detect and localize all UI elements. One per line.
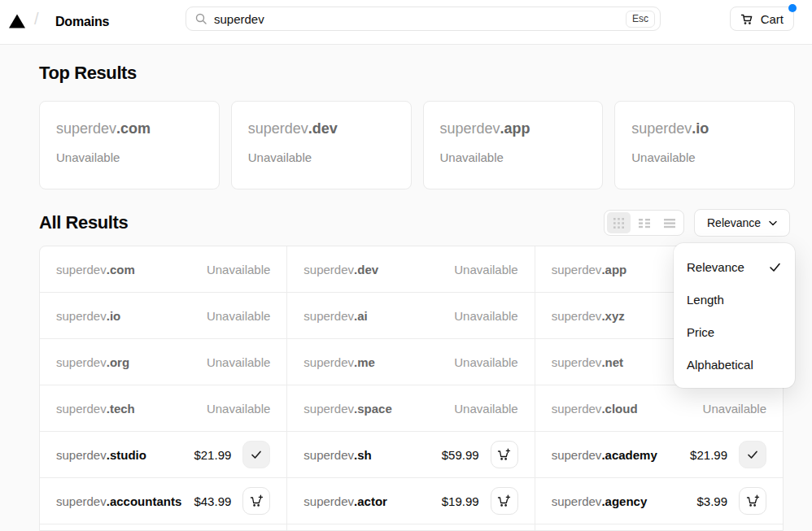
domain-name: superdev.net: [552, 355, 623, 369]
add-to-cart-button[interactable]: [739, 487, 766, 515]
domain-name: superdev.studio: [56, 448, 146, 462]
result-cell: superdev.techUnavailable: [40, 385, 287, 432]
domain-name: superdev.dev: [248, 120, 395, 137]
domain-name: superdev.dev: [303, 263, 378, 276]
availability-status: Unavailable: [207, 309, 270, 323]
add-to-cart-button[interactable]: [491, 441, 518, 468]
compact-view-icon: [639, 218, 650, 229]
sort-menu-item-label: Length: [687, 293, 724, 307]
all-results-heading: All Results: [39, 212, 128, 233]
domain-name: superdev.cloud: [552, 402, 638, 416]
availability-status: Unavailable: [631, 150, 778, 164]
domain-name: superdev.me: [303, 355, 375, 369]
price: $59.99: [442, 448, 479, 462]
all-results-bar: All Results Relevance: [39, 209, 790, 237]
availability-status: Unavailable: [454, 355, 517, 369]
cart-button-label: Cart: [761, 12, 784, 26]
availability-status: Unavailable: [440, 150, 587, 164]
view-toggle-group: [604, 210, 684, 236]
domain-name: superdev.actor: [303, 494, 387, 508]
result-cell: superdev.spaceUnavailable: [287, 385, 535, 432]
price: $21.99: [690, 448, 727, 462]
domain-name: superdev.academy: [552, 448, 657, 462]
domain-card[interactable]: superdev.ioUnavailable: [614, 101, 795, 189]
in-cart-button[interactable]: [739, 441, 766, 468]
price-and-action: $43.99: [194, 487, 270, 515]
domain-name: superdev.sh: [303, 448, 371, 462]
availability-status: Unavailable: [56, 150, 203, 164]
check-icon: [250, 448, 263, 461]
price-and-action: $59.99: [442, 441, 518, 468]
domain-name: superdev.space: [303, 402, 391, 416]
cart-notification-dot: [788, 4, 797, 12]
domain-card[interactable]: superdev.appUnavailable: [423, 101, 604, 189]
availability-status: Unavailable: [703, 402, 766, 416]
sort-menu-item-label: Price: [687, 325, 714, 339]
sort-menu-item[interactable]: Alphabetical: [674, 348, 795, 381]
domain-name: superdev.app: [552, 263, 627, 276]
sort-menu-item[interactable]: Price: [674, 316, 795, 348]
result-cell: [287, 524, 535, 531]
sort-dropdown-button[interactable]: Relevance: [694, 209, 790, 237]
list-view-button[interactable]: [657, 212, 681, 233]
result-cell: superdev.actor$19.99: [287, 478, 535, 524]
availability-status: Unavailable: [207, 355, 270, 369]
top-results-heading: Top Results: [39, 63, 137, 84]
top-results-cards: superdev.comUnavailablesuperdev.devUnava…: [39, 101, 795, 189]
sort-menu: RelevanceLengthPriceAlphabetical: [674, 243, 795, 388]
availability-status: Unavailable: [454, 263, 517, 276]
domain-name: superdev.accountants: [56, 494, 181, 508]
domain-name: superdev.agency: [552, 494, 648, 508]
grid-view-button[interactable]: [607, 212, 631, 233]
vercel-triangle-icon[interactable]: [7, 11, 28, 35]
result-cell: superdev.agency$3.99: [535, 478, 783, 524]
esc-key-hint: Esc: [626, 11, 655, 28]
domain-name: superdev.app: [440, 120, 587, 137]
grid-view-icon: [613, 218, 624, 229]
price: $43.99: [194, 494, 231, 508]
search-bar[interactable]: Esc: [186, 7, 661, 31]
add-to-cart-button[interactable]: [242, 487, 270, 515]
domain-name: superdev.tech: [56, 402, 135, 416]
cart-button[interactable]: Cart: [730, 7, 794, 31]
availability-status: Unavailable: [207, 402, 270, 416]
result-cell: [535, 524, 783, 531]
add-to-cart-button[interactable]: [491, 487, 518, 515]
result-cell: superdev.accountants$43.99: [40, 478, 287, 524]
availability-status: Unavailable: [248, 150, 395, 164]
price-and-action: $3.99: [696, 487, 766, 515]
domain-name: superdev.com: [56, 120, 203, 137]
result-cell: superdev.studio$21.99: [40, 432, 287, 478]
sort-menu-item[interactable]: Length: [674, 283, 795, 316]
domain-name: superdev.io: [631, 120, 778, 137]
result-cell: superdev.sh$59.99: [287, 432, 535, 478]
results-table: superdev.comUnavailablesuperdev.devUnava…: [39, 246, 784, 531]
result-cell: superdev.aiUnavailable: [287, 293, 535, 339]
price-and-action: $21.99: [194, 441, 270, 468]
result-cell: superdev.cloudUnavailable: [535, 385, 783, 432]
price-and-action: $19.99: [442, 487, 518, 515]
cart-add-icon: [497, 448, 511, 462]
cart-icon: [740, 12, 754, 26]
top-navbar: / Domains Esc Cart: [0, 0, 812, 45]
domain-card[interactable]: superdev.devUnavailable: [231, 101, 412, 189]
result-cell: superdev.academy$21.99: [535, 432, 783, 478]
cart-add-icon: [250, 494, 264, 508]
compact-view-button[interactable]: [632, 212, 656, 233]
price: $3.99: [696, 494, 727, 508]
result-cell: superdev.ioUnavailable: [40, 293, 287, 339]
result-cell: superdev.orgUnavailable: [40, 339, 287, 385]
page-title: Domains: [55, 11, 109, 33]
result-cell: superdev.comUnavailable: [40, 246, 287, 293]
sort-menu-item[interactable]: Relevance: [674, 250, 795, 283]
list-view-icon: [664, 218, 675, 229]
search-input[interactable]: [214, 12, 626, 26]
cart-add-icon: [497, 494, 511, 508]
result-cell: superdev.meUnavailable: [287, 339, 535, 385]
in-cart-button[interactable]: [242, 441, 270, 468]
result-cell: [40, 524, 287, 531]
domain-card[interactable]: superdev.comUnavailable: [39, 101, 220, 189]
price: $21.99: [194, 448, 231, 462]
domain-name: superdev.io: [56, 309, 120, 323]
cart-add-icon: [746, 494, 760, 508]
